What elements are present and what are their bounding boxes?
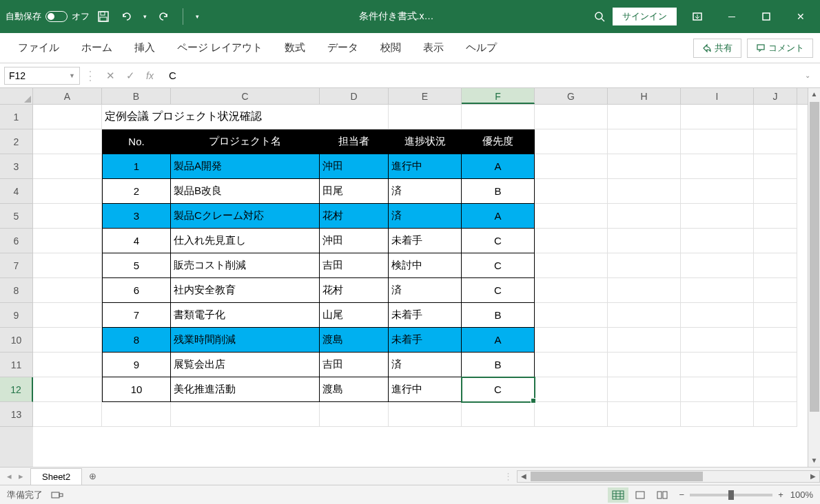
tab-formula[interactable]: 数式 — [274, 36, 316, 60]
table-row[interactable]: 製品Cクレーム対応 — [171, 204, 320, 229]
signin-button[interactable]: サインイン — [613, 8, 677, 25]
cell[interactable] — [33, 353, 102, 377]
tab-file[interactable]: ファイル — [7, 36, 70, 60]
column-header[interactable]: J — [754, 88, 797, 104]
close-button[interactable]: ✕ — [787, 6, 814, 28]
table-row[interactable]: 1 — [102, 154, 171, 179]
cell[interactable] — [608, 303, 681, 328]
table-row[interactable]: 未着手 — [389, 303, 462, 328]
tab-help[interactable]: ヘルプ — [455, 36, 508, 60]
table-row[interactable]: 進行中 — [389, 154, 462, 179]
table-row[interactable]: 3 — [102, 204, 171, 229]
column-header[interactable]: G — [535, 88, 608, 104]
cell[interactable] — [608, 402, 681, 427]
add-sheet-icon[interactable]: ⊕ — [82, 471, 103, 481]
cell[interactable] — [389, 105, 462, 129]
row-header[interactable]: 8 — [0, 278, 33, 303]
table-row[interactable]: C — [462, 253, 535, 278]
table-row[interactable]: 残業時間削減 — [171, 328, 320, 353]
zoom-slider[interactable]: − + — [679, 490, 783, 500]
scroll-right-icon[interactable]: ▶ — [807, 471, 819, 482]
sheet-prev-icon[interactable]: ◂ — [7, 471, 12, 481]
column-header[interactable]: C — [171, 88, 320, 104]
cell[interactable] — [535, 105, 608, 129]
horizontal-scrollbar[interactable]: ◀ ▶ — [517, 470, 820, 483]
row-header[interactable]: 12 — [0, 377, 33, 402]
table-row[interactable]: 展覧会出店 — [171, 353, 320, 377]
sheet-next-icon[interactable]: ▸ — [19, 471, 23, 481]
table-row[interactable]: 花村 — [320, 278, 389, 303]
table-row[interactable]: 美化推進活動 — [171, 377, 320, 402]
cell[interactable] — [608, 129, 681, 154]
table-row[interactable]: 山尾 — [320, 303, 389, 328]
cell[interactable] — [681, 129, 754, 154]
tab-review[interactable]: 校閲 — [369, 36, 412, 60]
column-header-no[interactable]: No. — [102, 129, 171, 154]
cell[interactable] — [681, 105, 754, 129]
cell[interactable] — [608, 278, 681, 303]
share-button[interactable]: 共有 — [693, 39, 741, 58]
maximize-button[interactable] — [752, 6, 780, 28]
column-header[interactable]: D — [320, 88, 389, 104]
autosave-toggle[interactable]: 自動保存 オフ — [6, 10, 90, 23]
cell[interactable] — [535, 204, 608, 229]
tab-layout[interactable]: ページ レイアウト — [166, 36, 274, 60]
cell[interactable] — [171, 402, 320, 427]
row-header[interactable]: 6 — [0, 229, 33, 253]
cell[interactable] — [608, 253, 681, 278]
table-row[interactable]: A — [462, 328, 535, 353]
cell[interactable] — [33, 129, 102, 154]
table-row[interactable]: 9 — [102, 353, 171, 377]
cell[interactable] — [33, 253, 102, 278]
column-header[interactable]: B — [102, 88, 171, 104]
cell[interactable] — [462, 402, 535, 427]
table-title[interactable]: 定例会議 プロジェクト状況確認 — [102, 105, 389, 129]
column-header[interactable]: I — [681, 88, 754, 104]
cell[interactable] — [608, 229, 681, 253]
cell[interactable] — [33, 303, 102, 328]
table-row[interactable]: 田尾 — [320, 179, 389, 204]
column-header-status[interactable]: 進捗状況 — [389, 129, 462, 154]
table-row[interactable]: 渡島 — [320, 377, 389, 402]
table-row[interactable]: 進行中 — [389, 377, 462, 402]
zoom-in-icon[interactable]: + — [778, 490, 783, 500]
table-row[interactable]: 仕入れ先見直し — [171, 229, 320, 253]
cell[interactable] — [608, 204, 681, 229]
table-row[interactable]: 6 — [102, 278, 171, 303]
cell[interactable] — [33, 105, 102, 129]
table-row[interactable]: 未着手 — [389, 328, 462, 353]
column-header-project[interactable]: プロジェクト名 — [171, 129, 320, 154]
select-all-corner[interactable] — [0, 88, 33, 104]
table-row[interactable]: B — [462, 353, 535, 377]
cell[interactable] — [535, 229, 608, 253]
table-row[interactable]: 社内安全教育 — [171, 278, 320, 303]
tab-view[interactable]: 表示 — [412, 36, 455, 60]
ribbon-options-icon[interactable] — [684, 6, 711, 28]
cell[interactable] — [754, 353, 797, 377]
cell[interactable] — [535, 154, 608, 179]
view-pagebreak-icon[interactable] — [652, 487, 673, 503]
name-box-dropdown-icon[interactable]: ▼ — [69, 72, 75, 79]
view-layout-icon[interactable] — [630, 487, 650, 503]
undo-dropdown-icon[interactable]: ▾ — [143, 13, 147, 20]
table-row[interactable]: 渡島 — [320, 328, 389, 353]
cell[interactable] — [754, 328, 797, 353]
table-row[interactable]: 検討中 — [389, 253, 462, 278]
table-row[interactable]: 2 — [102, 179, 171, 204]
cell[interactable] — [681, 253, 754, 278]
cell[interactable] — [535, 303, 608, 328]
save-icon[interactable] — [96, 10, 110, 23]
column-header[interactable]: A — [33, 88, 102, 104]
cell[interactable] — [754, 154, 797, 179]
cell[interactable] — [535, 402, 608, 427]
table-row[interactable]: 5 — [102, 253, 171, 278]
table-row[interactable]: 製品B改良 — [171, 179, 320, 204]
row-header[interactable]: 1 — [0, 105, 33, 129]
row-header[interactable]: 9 — [0, 303, 33, 328]
table-row[interactable]: C — [462, 229, 535, 253]
cell[interactable] — [681, 179, 754, 204]
cell[interactable] — [754, 229, 797, 253]
cell[interactable] — [754, 179, 797, 204]
cell[interactable] — [33, 229, 102, 253]
row-header[interactable]: 4 — [0, 179, 33, 204]
